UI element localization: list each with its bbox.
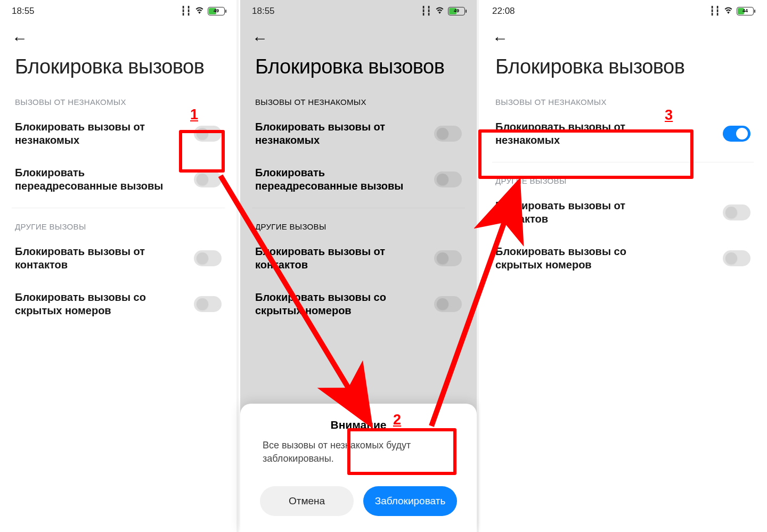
toggle-block-strangers[interactable] [434,126,462,142]
battery-icon: 49 [448,7,465,15]
row-label: Блокировать переадресованные вызовы [15,166,175,193]
divider [252,208,465,208]
row-block-strangers[interactable]: Блокировать вызовы от незнакомых [0,111,236,157]
page-title: Блокировка вызовов [0,52,236,89]
wifi-icon [723,6,733,17]
toggle-block-contacts[interactable] [434,250,462,266]
status-time: 22:08 [492,6,515,17]
status-bar: 18:55 ┇┇ 49 [240,0,477,19]
signal-icon: ┇┇ [421,5,431,17]
status-icons: ┇┇ 44 [709,5,754,17]
row-block-hidden[interactable]: Блокировать вызовы со скрытых номеров [0,281,236,327]
wifi-icon [435,6,445,17]
status-time: 18:55 [252,6,275,17]
wifi-icon [194,6,205,17]
section-header-other: ДРУГИЕ ВЫЗОВЫ [480,168,765,190]
status-icons: ┇┇ 49 [181,5,225,17]
back-button[interactable]: ← [492,30,508,46]
row-block-contacts[interactable]: Блокировать вызовы от контактов [0,235,236,281]
confirm-dialog: Внимание Все вызовы от незнакомых будут … [240,404,477,532]
dialog-title: Внимание [252,419,465,431]
row-label: Блокировать переадресованные вызовы [255,166,415,193]
screen-1: 18:55 ┇┇ 49 ← Блокировка вызовов ВЫЗОВЫ … [0,0,236,532]
section-header-other: ДРУГИЕ ВЫЗОВЫ [240,214,477,235]
screen-2: 18:55 ┇┇ 49 ← Блокировка вызовов ВЫЗОВЫ … [240,0,477,532]
back-button[interactable]: ← [252,30,268,46]
page-title: Блокировка вызовов [480,52,765,89]
row-label: Блокировать вызовы со скрытых номеров [15,291,175,317]
divider [492,162,754,162]
row-label: Блокировать вызовы от незнакомых [15,120,175,147]
status-time: 18:55 [12,6,35,17]
row-label: Блокировать вызовы от контактов [255,245,415,272]
toggle-block-contacts[interactable] [194,250,222,266]
toggle-block-forwarded[interactable] [434,171,462,187]
row-block-strangers[interactable]: Блокировать вызовы от незнакомых [240,111,477,157]
toggle-block-forwarded[interactable] [194,171,222,187]
row-block-forwarded[interactable]: Блокировать переадресованные вызовы [240,157,477,202]
confirm-button[interactable]: Заблокировать [363,486,457,516]
row-label: Блокировать вызовы от контактов [495,199,655,226]
cancel-button[interactable]: Отмена [260,486,354,516]
row-block-hidden[interactable]: Блокировать вызовы со скрытых номеров [480,235,765,281]
section-header-other: ДРУГИЕ ВЫЗОВЫ [0,214,236,235]
row-label: Блокировать вызовы от незнакомых [255,120,415,147]
dialog-body: Все вызовы от незнакомых будут заблокиро… [259,439,458,465]
toggle-block-hidden[interactable] [723,250,750,266]
row-block-hidden[interactable]: Блокировать вызовы со скрытых номеров [240,281,477,327]
page-title: Блокировка вызовов [240,52,477,89]
row-block-strangers[interactable]: Блокировать вызовы от незнакомых [480,111,765,157]
toggle-block-strangers[interactable] [194,126,222,142]
toggle-block-hidden[interactable] [194,296,222,312]
toggle-block-hidden[interactable] [434,296,462,312]
row-label: Блокировать вызовы со скрытых номеров [255,291,415,317]
battery-icon: 44 [737,7,754,15]
row-block-contacts[interactable]: Блокировать вызовы от контактов [240,235,477,281]
status-bar: 22:08 ┇┇ 44 [480,0,765,19]
status-bar: 18:55 ┇┇ 49 [0,0,236,19]
signal-icon: ┇┇ [709,5,720,17]
status-icons: ┇┇ 49 [421,5,465,17]
section-header-strangers: ВЫЗОВЫ ОТ НЕЗНАКОМЫХ [0,89,236,111]
row-label: Блокировать вызовы от незнакомых [495,120,655,147]
toggle-block-contacts[interactable] [723,204,750,220]
row-block-contacts[interactable]: Блокировать вызовы от контактов [480,190,765,235]
back-button[interactable]: ← [12,30,28,46]
screen-3: 22:08 ┇┇ 44 ← Блокировка вызовов ВЫЗОВЫ … [480,0,765,532]
row-label: Блокировать вызовы со скрытых номеров [495,245,655,272]
divider [12,208,225,208]
signal-icon: ┇┇ [181,5,191,17]
toggle-block-strangers-on[interactable] [723,126,750,142]
battery-icon: 49 [208,7,225,15]
row-label: Блокировать вызовы от контактов [15,245,175,272]
section-header-strangers: ВЫЗОВЫ ОТ НЕЗНАКОМЫХ [240,89,477,111]
section-header-strangers: ВЫЗОВЫ ОТ НЕЗНАКОМЫХ [480,89,765,111]
row-block-forwarded[interactable]: Блокировать переадресованные вызовы [0,157,236,202]
